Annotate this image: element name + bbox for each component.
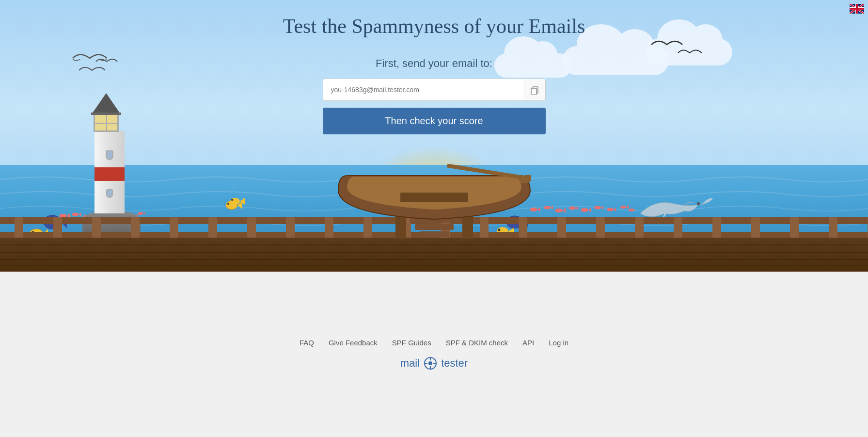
svg-point-67 xyxy=(428,361,432,365)
copy-icon xyxy=(530,85,539,95)
fence-post xyxy=(15,217,23,238)
svg-point-51 xyxy=(697,202,700,205)
svg-point-39 xyxy=(607,208,614,211)
svg-marker-42 xyxy=(626,205,629,209)
fence-post xyxy=(596,217,605,238)
fence-post xyxy=(829,217,837,238)
svg-rect-58 xyxy=(400,193,468,202)
svg-point-29 xyxy=(544,206,551,210)
svg-marker-30 xyxy=(551,206,553,210)
fence-post xyxy=(53,217,62,238)
fence-post xyxy=(131,217,140,238)
svg-point-31 xyxy=(555,209,563,212)
page-title: Test the Spammyness of your Emails xyxy=(283,15,585,38)
email-input[interactable] xyxy=(323,80,524,99)
check-score-button[interactable]: Then check your score xyxy=(323,108,546,134)
footer-links: FAQ Give Feedback SPF Guides SPF & DKIM … xyxy=(300,339,568,347)
fish-dock-left xyxy=(228,194,245,209)
fence-post xyxy=(247,217,256,238)
fence-post xyxy=(208,217,217,238)
copy-button[interactable] xyxy=(524,79,545,100)
brand-name-left: mail xyxy=(400,357,420,370)
boat-hull xyxy=(337,161,531,224)
brand-name-right: tester xyxy=(441,357,468,370)
svg-point-63 xyxy=(231,199,233,201)
main-scene: Test the Spammyness of your Emails First… xyxy=(0,0,868,272)
footer-link-spfdkim[interactable]: SPF & DKIM check xyxy=(446,339,508,347)
svg-marker-32 xyxy=(563,208,566,213)
fence-post xyxy=(557,217,566,238)
content-overlay: Test the Spammyness of your Emails First… xyxy=(0,0,868,134)
email-input-row xyxy=(323,79,546,101)
fence-post xyxy=(170,217,178,238)
svg-marker-62 xyxy=(240,198,245,205)
svg-point-37 xyxy=(594,206,601,210)
svg-marker-36 xyxy=(588,208,591,212)
svg-point-43 xyxy=(629,209,634,211)
svg-marker-28 xyxy=(537,207,540,212)
svg-point-61 xyxy=(230,198,240,205)
dock-planks xyxy=(0,238,868,272)
svg-marker-34 xyxy=(576,206,578,210)
svg-marker-40 xyxy=(614,208,616,211)
footer-link-api[interactable]: API xyxy=(522,339,534,347)
svg-rect-65 xyxy=(531,88,537,95)
svg-marker-38 xyxy=(601,206,603,210)
fence-post xyxy=(674,217,682,238)
footer-link-spf[interactable]: SPF Guides xyxy=(392,339,431,347)
fence-post xyxy=(712,217,721,238)
footer-brand: mail tester xyxy=(400,356,468,370)
fence-post xyxy=(286,217,295,238)
subtitle: First, send your email to: xyxy=(376,57,492,70)
footer-link-feedback[interactable]: Give Feedback xyxy=(329,339,378,347)
fence-post xyxy=(790,217,799,238)
language-switcher[interactable] xyxy=(850,4,864,14)
svg-point-35 xyxy=(581,208,588,212)
footer-link-login[interactable]: Log in xyxy=(549,339,568,347)
footer: FAQ Give Feedback SPF Guides SPF & DKIM … xyxy=(0,272,868,437)
fence-post xyxy=(92,217,101,238)
brand-icon xyxy=(424,356,437,370)
fence-post xyxy=(325,217,333,238)
fence-post xyxy=(635,217,644,238)
fence-post xyxy=(751,217,760,238)
svg-point-33 xyxy=(569,207,576,210)
footer-link-faq[interactable]: FAQ xyxy=(300,339,314,347)
flag-icon xyxy=(850,4,864,14)
svg-point-41 xyxy=(620,206,626,209)
